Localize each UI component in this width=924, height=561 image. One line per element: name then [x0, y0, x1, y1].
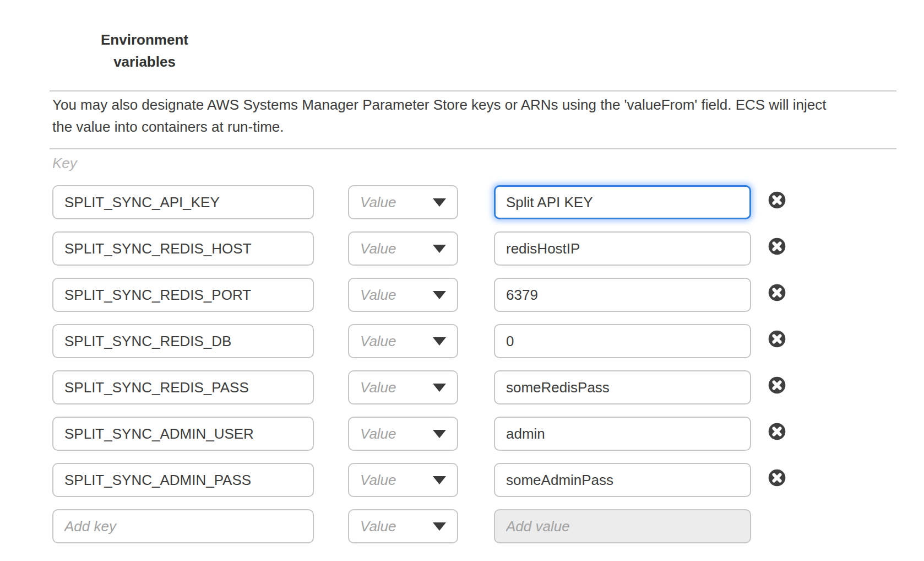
- env-var-row: Value: [52, 370, 786, 404]
- caret-down-icon: [433, 245, 446, 253]
- value-input[interactable]: [494, 370, 751, 404]
- key-input[interactable]: [52, 231, 314, 266]
- circle-x-icon: [768, 238, 786, 255]
- caret-down-icon: [433, 522, 446, 531]
- value-input[interactable]: [494, 463, 751, 497]
- key-input[interactable]: [52, 278, 314, 312]
- key-input[interactable]: [52, 324, 314, 358]
- value-type-label: Value: [360, 194, 396, 211]
- env-var-row: Value: [52, 278, 786, 312]
- top-divider: [50, 90, 896, 91]
- circle-x-icon: [768, 191, 786, 209]
- value-type-label: Value: [360, 425, 396, 443]
- value-type-label: Value: [360, 379, 396, 396]
- circle-x-icon: [768, 423, 786, 440]
- env-var-row: Value: [52, 324, 786, 358]
- key-input[interactable]: [52, 463, 314, 497]
- value-input[interactable]: [494, 417, 751, 451]
- circle-x-icon: [768, 469, 786, 487]
- description-line-2: the value into containers at run-time.: [52, 116, 903, 138]
- circle-x-icon: [768, 284, 786, 301]
- value-type-label: Value: [360, 333, 396, 350]
- env-var-row: Value: [52, 185, 786, 219]
- section-label: Environment variables: [88, 29, 201, 73]
- remove-button[interactable]: [768, 423, 786, 440]
- remove-button[interactable]: [768, 238, 786, 255]
- caret-down-icon: [433, 384, 446, 392]
- key-column-header: Key: [52, 155, 77, 172]
- key-input[interactable]: [52, 185, 314, 219]
- value-type-label: Value: [360, 240, 396, 257]
- circle-x-icon: [768, 376, 786, 394]
- bottom-divider: [50, 148, 896, 149]
- description-line-1: You may also designate AWS Systems Manag…: [52, 94, 903, 116]
- caret-down-icon: [433, 476, 446, 484]
- env-var-row: Value: [52, 417, 786, 451]
- value-type-select[interactable]: Value: [348, 185, 458, 219]
- value-type-select[interactable]: Value: [348, 370, 458, 404]
- value-input[interactable]: [494, 324, 751, 358]
- env-var-row: Value: [52, 463, 786, 497]
- value-type-select[interactable]: Value: [348, 463, 458, 497]
- env-var-row: Value: [52, 231, 786, 266]
- remove-button[interactable]: [768, 330, 786, 348]
- add-env-var-row: Value: [52, 509, 786, 543]
- value-type-label: Value: [360, 518, 396, 535]
- remove-button[interactable]: [768, 469, 786, 487]
- key-input[interactable]: [52, 417, 314, 451]
- value-input[interactable]: [494, 231, 751, 266]
- value-type-select[interactable]: Value: [348, 231, 458, 266]
- caret-down-icon: [433, 430, 446, 438]
- caret-down-icon: [433, 198, 446, 207]
- value-type-label: Value: [360, 472, 396, 489]
- value-type-label: Value: [360, 287, 396, 304]
- remove-button[interactable]: [768, 284, 786, 301]
- caret-down-icon: [433, 337, 446, 346]
- caret-down-icon: [433, 291, 446, 299]
- value-input[interactable]: [494, 278, 751, 312]
- value-type-select[interactable]: Value: [348, 324, 458, 358]
- add-key-input[interactable]: [52, 509, 314, 543]
- circle-x-icon: [768, 330, 786, 348]
- environment-variables-form: Environment variables You may also desig…: [0, 0, 924, 561]
- remove-button[interactable]: [768, 376, 786, 394]
- key-input[interactable]: [52, 370, 314, 404]
- remove-button[interactable]: [768, 191, 786, 209]
- value-type-select[interactable]: Value: [348, 417, 458, 451]
- value-type-select[interactable]: Value: [348, 509, 458, 543]
- value-type-select[interactable]: Value: [348, 278, 458, 312]
- description-text: You may also designate AWS Systems Manag…: [52, 94, 903, 138]
- env-var-rows: Value Value Value: [52, 185, 786, 555]
- add-value-input[interactable]: [494, 509, 751, 543]
- value-input[interactable]: [494, 185, 751, 219]
